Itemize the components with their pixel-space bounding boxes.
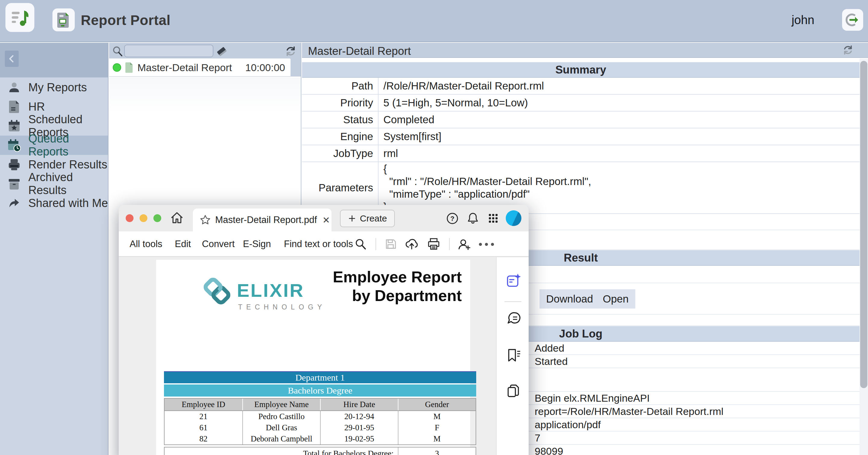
document-icon bbox=[124, 62, 133, 73]
star-icon[interactable] bbox=[199, 214, 211, 226]
brand-name: ELIXIR bbox=[237, 280, 304, 301]
bachelors-total-row: Total for Bachelors Degree: 3 bbox=[164, 447, 476, 455]
pdf-content-area: ELIXIR TECHNOLOGY Employee Report by Dep… bbox=[119, 257, 529, 455]
pdf-right-toolbar: 1 bbox=[496, 257, 529, 455]
detail-title: Master-Detail Report bbox=[308, 45, 411, 58]
column-header-row: Employee ID Employee Name Hire Date Gend… bbox=[164, 398, 476, 411]
home-icon[interactable] bbox=[169, 210, 184, 225]
sidebar-item-label: Archived Results bbox=[28, 171, 108, 197]
toolbar-separator bbox=[375, 238, 376, 250]
edit-menu[interactable]: Edit bbox=[175, 239, 191, 250]
sidebar-item-label: My Reports bbox=[28, 81, 87, 94]
refresh-icon[interactable] bbox=[842, 44, 854, 56]
add-person-icon[interactable] bbox=[457, 237, 471, 251]
bookmark-icon[interactable] bbox=[506, 348, 521, 363]
log-text: application/pdf bbox=[535, 419, 601, 431]
sidebar-item-label: HR bbox=[28, 100, 45, 113]
download-button[interactable]: Download bbox=[539, 289, 600, 308]
log-text: 98099 bbox=[535, 445, 563, 455]
all-tools-menu[interactable]: All tools bbox=[130, 239, 162, 250]
more-options-icon[interactable] bbox=[478, 242, 495, 247]
refresh-icon[interactable] bbox=[284, 45, 297, 57]
find-text-label[interactable]: Find text or tools bbox=[284, 239, 353, 250]
user-name: john bbox=[792, 13, 814, 27]
row-value: rml bbox=[378, 145, 398, 162]
sidebar-nav: My Reports HR Scheduled Reports Queued R… bbox=[0, 78, 108, 213]
search-icon[interactable] bbox=[354, 237, 367, 251]
calendar-star-icon bbox=[7, 119, 21, 133]
plus-icon bbox=[348, 214, 356, 223]
detail-header-strip: Master-Detail Report bbox=[302, 43, 868, 58]
save-icon bbox=[384, 237, 397, 251]
sidebar-item-archived-results[interactable]: Archived Results bbox=[0, 174, 108, 193]
title-line1: Employee Report bbox=[333, 267, 462, 286]
status-dot-green bbox=[113, 63, 121, 72]
create-button[interactable]: Create bbox=[340, 210, 395, 227]
search-strip bbox=[109, 43, 301, 59]
window-minimize-button[interactable] bbox=[140, 214, 147, 222]
app-header: Report Portal john bbox=[0, 0, 868, 42]
window-close-button[interactable] bbox=[126, 214, 133, 222]
sidebar-item-shared-with-me[interactable]: Shared with Me bbox=[0, 193, 108, 213]
copy-pages-icon[interactable] bbox=[506, 384, 521, 399]
bachelors-rows: 21Pedro Castillo20-12-94M 61Dell Gras29-… bbox=[164, 411, 476, 445]
sidebar: My Reports HR Scheduled Reports Queued R… bbox=[0, 43, 108, 455]
cloud-upload-icon[interactable] bbox=[404, 237, 419, 251]
comment-icon[interactable] bbox=[506, 311, 521, 326]
convert-menu[interactable]: Convert bbox=[202, 239, 235, 250]
scrollbar-thumb[interactable] bbox=[860, 61, 867, 388]
log-text: Started bbox=[535, 356, 568, 367]
logout-button[interactable] bbox=[842, 9, 863, 31]
app-logo-button[interactable] bbox=[5, 3, 34, 32]
summary-row-status: Status Completed bbox=[302, 111, 860, 128]
column-header: Employee ID bbox=[164, 399, 242, 411]
table-row: 82Deborah Campbell19-02-95M bbox=[164, 433, 475, 445]
list-item[interactable]: Master-Detail Report 10:00:00 bbox=[109, 59, 290, 77]
pdf-document-tab[interactable]: Master-Detail Report.pdf ✕ bbox=[193, 208, 332, 231]
pdf-viewer-window: Master-Detail Report.pdf ✕ Create ? All … bbox=[119, 205, 529, 455]
summary-heading: Summary bbox=[302, 62, 860, 78]
row-label: JobType bbox=[302, 145, 378, 162]
report-portal-icon-button[interactable] bbox=[53, 8, 75, 31]
window-zoom-button[interactable] bbox=[153, 214, 161, 222]
sidebar-item-my-reports[interactable]: My Reports bbox=[0, 78, 108, 97]
help-icon[interactable]: ? bbox=[445, 212, 459, 225]
row-label: Path bbox=[302, 78, 378, 94]
apps-grid-icon[interactable] bbox=[487, 212, 500, 225]
document-title: Employee Report by Department bbox=[333, 267, 462, 305]
elixir-logo-mark bbox=[200, 274, 234, 308]
divider bbox=[504, 301, 521, 302]
page-title: Report Portal bbox=[81, 12, 170, 28]
chevron-left-icon bbox=[7, 53, 16, 64]
printer-icon bbox=[7, 158, 21, 171]
open-button[interactable]: Open bbox=[596, 289, 635, 308]
row-label: Status bbox=[302, 111, 378, 128]
eraser-icon[interactable] bbox=[215, 45, 228, 58]
list-item-time: 10:00:00 bbox=[245, 62, 285, 73]
sidebar-collapse-button[interactable] bbox=[5, 51, 19, 67]
table-row: 61Dell Gras29-01-95F bbox=[164, 422, 475, 433]
row-value: System[first] bbox=[378, 128, 441, 144]
sidebar-top-strip bbox=[0, 43, 108, 77]
summary-row-path: Path /Role/HR/Master-Detail Report.rml bbox=[302, 78, 860, 95]
report-table: Department 1 Bachelors Degree Employee I… bbox=[164, 371, 476, 455]
log-text: 7 bbox=[535, 432, 540, 444]
row-label: Engine bbox=[302, 128, 378, 144]
search-input[interactable] bbox=[124, 44, 213, 57]
title-line2: by Department bbox=[333, 286, 462, 305]
pdf-tab-title: Master-Detail Report.pdf bbox=[215, 215, 317, 225]
user-avatar[interactable] bbox=[506, 210, 521, 226]
row-value: Completed bbox=[378, 111, 434, 128]
ai-assistant-icon[interactable] bbox=[506, 273, 521, 289]
bell-icon[interactable] bbox=[466, 212, 480, 225]
print-icon[interactable] bbox=[427, 237, 441, 251]
esign-menu[interactable]: E-Sign bbox=[243, 239, 271, 250]
spacer bbox=[302, 59, 860, 62]
logout-icon bbox=[845, 13, 860, 27]
row-value: /Role/HR/Master-Detail Report.rml bbox=[378, 78, 544, 94]
search-icon bbox=[112, 45, 124, 57]
detail-scrollbar[interactable] bbox=[860, 59, 868, 455]
sidebar-item-queued-reports[interactable]: Queued Reports bbox=[0, 136, 108, 155]
tab-close-icon[interactable]: ✕ bbox=[322, 215, 330, 225]
pdf-tabs-bar: Master-Detail Report.pdf ✕ Create ? bbox=[119, 205, 529, 231]
